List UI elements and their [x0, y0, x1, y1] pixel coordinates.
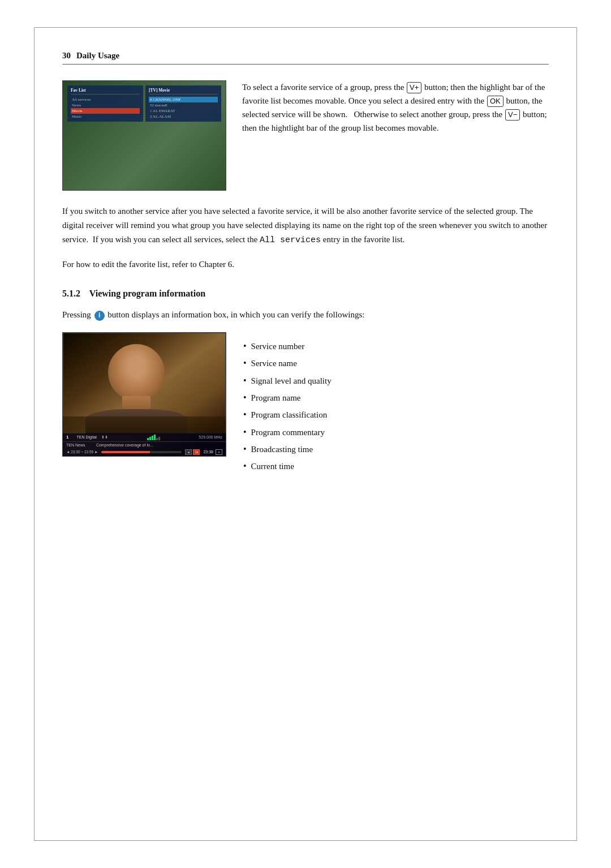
signal-bar-2: [149, 437, 151, 440]
tv2-time-range: ◄ 23:30 ~ 23:59 ►: [66, 450, 98, 454]
section1-image-text: Fav List All services News Movie Music […: [62, 80, 549, 191]
tv2-program-name: TEN News: [66, 443, 85, 447]
section1-text-column: To select a favorite service of a group,…: [242, 80, 549, 135]
tv-screen-1: Fav List All services News Movie Music […: [62, 80, 226, 191]
menu-overlay: Fav List All services News Movie Music […: [67, 85, 221, 122]
bullet-program-classification: Program classification: [243, 406, 549, 423]
bullet-text-service-name: Service name: [251, 355, 297, 372]
bullet-text-program-classification: Program classification: [251, 407, 328, 423]
chapter-ref-paragraph: For how to edit the favorite list, refer…: [62, 257, 549, 272]
signal-bar-3: [152, 436, 153, 440]
screenshot-box-1: Fav List All services News Movie Music […: [62, 80, 226, 191]
tv2-description: Comprehensive coverage of lo...: [96, 443, 153, 447]
channel-macau8: 52 macau8: [149, 102, 218, 108]
tv2-current-time: 23:38: [203, 450, 213, 454]
page-header: 30 Daily Usage: [62, 51, 549, 65]
tv2-signal-bars: [147, 435, 160, 440]
text-to-select: To select a favorite service of a group,…: [242, 83, 404, 92]
tv-movie-title: [TV] Movie: [149, 88, 218, 94]
channel-al-alam: 2 AL-ALAM: [149, 114, 218, 119]
bullet-signal-level: Signal level and quality: [243, 372, 549, 389]
channel-al-emarat: 1 AL EMARAT: [149, 108, 218, 114]
section1-paragraph: To select a favorite service of a group,…: [242, 80, 549, 135]
tv2-channel-info: 1 TEN Digital ⬆⬇: [66, 435, 108, 440]
bullet-text-current-time: Current time: [251, 458, 294, 475]
tv2-freq: 529.000 MHz: [199, 435, 222, 439]
section2-intro: Pressing i button displays an informatio…: [62, 308, 549, 322]
bullet-text-program-name: Program name: [251, 390, 301, 406]
signal-bar-6: [158, 437, 160, 440]
fav-item-music: Music: [71, 114, 140, 119]
signal-bar-1: [147, 438, 149, 440]
chapter-title: Daily Usage: [76, 51, 119, 61]
tv2-icon-close: ✕: [216, 449, 222, 455]
channel-channel-one: 8 CHANNEL ONE: [149, 97, 218, 102]
tv2-channel-num: 1: [66, 435, 68, 440]
bullet-current-time: Current time: [243, 458, 549, 475]
ok-button: OK: [487, 96, 504, 107]
tv2-presenter-head: [108, 344, 165, 401]
tv-screen-2: 1 TEN Digital ⬆⬇: [62, 332, 226, 457]
tv2-info-mid-row: TEN News Comprehensive coverage of lo...: [63, 442, 226, 448]
bullet-text-broadcasting-time: Broadcasting time: [251, 441, 313, 458]
tv2-info-bottom-row: ◄ 23:30 ~ 23:59 ► ■ 14 23:38 ✕: [63, 448, 226, 456]
screenshot-box-2: 1 TEN Digital ⬆⬇: [62, 332, 226, 457]
section1-body-paragraph: If you switch to another service after y…: [62, 204, 549, 247]
tv2-icon-box-2: 14: [193, 449, 200, 455]
bullet-list-container: Service number Service name Signal level…: [243, 332, 549, 475]
vplus-button: V+: [407, 82, 421, 93]
tv2-icon-box-1: ■: [185, 449, 192, 455]
bullet-text-service-number: Service number: [251, 338, 305, 355]
fav-item-movie: Movie: [71, 108, 140, 114]
tv2-channel-label: [71, 435, 74, 440]
section2-image-bullets: 1 TEN Digital ⬆⬇: [62, 332, 549, 475]
bullet-service-number: Service number: [243, 338, 549, 355]
program-info-bullets: Service number Service name Signal level…: [243, 338, 549, 475]
tv2-updown-arrows: ⬆⬇: [101, 435, 108, 440]
bullet-program-name: Program name: [243, 389, 549, 406]
signal-bar-5: [156, 438, 158, 440]
tv2-progress-bar: [101, 451, 182, 453]
bullet-text-signal-level: Signal level and quality: [251, 373, 332, 389]
bullet-broadcasting-time: Broadcasting time: [243, 441, 549, 458]
fav-list-panel: Fav List All services News Movie Music: [67, 85, 143, 122]
tv2-info-bar: 1 TEN Digital ⬆⬇: [63, 433, 226, 456]
section-512-heading: 5.1.2 Viewing program information: [62, 289, 549, 299]
fav-item-news: News: [71, 102, 140, 108]
fav-list-title: Fav List: [71, 88, 140, 94]
chapter-ref-text: For how to edit the favorite list, refer…: [62, 260, 234, 269]
tv2-info-top-row: 1 TEN Digital ⬆⬇: [63, 433, 226, 442]
tv2-desk: [63, 416, 226, 433]
intro-button-text: button displays an information box, in w…: [107, 310, 364, 319]
tv2-progress-fill: [101, 451, 149, 453]
page-border-bottom: [34, 840, 577, 841]
section-title: Viewing program information: [89, 289, 205, 298]
vminus-button: V−: [505, 109, 520, 121]
section-number: 5.1.2: [62, 289, 80, 298]
info-button-icon: i: [94, 311, 105, 321]
bullet-text-program-commentary: Program commentary: [251, 424, 325, 441]
tv2-channel-name: TEN Digital: [76, 435, 96, 439]
bullet-service-name: Service name: [243, 355, 549, 372]
signal-bar-4: [154, 435, 156, 440]
page-number: 30: [62, 51, 71, 61]
intro-pressing: Pressing: [62, 310, 93, 319]
fav-item-all: All services: [71, 97, 140, 102]
bullet-program-commentary: Program commentary: [243, 424, 549, 441]
all-services-text: All services: [260, 235, 321, 245]
tv2-icons: ■ 14: [185, 449, 200, 455]
tv-movie-panel: [TV] Movie 8 CHANNEL ONE 52 macau8 1 AL …: [145, 85, 221, 122]
